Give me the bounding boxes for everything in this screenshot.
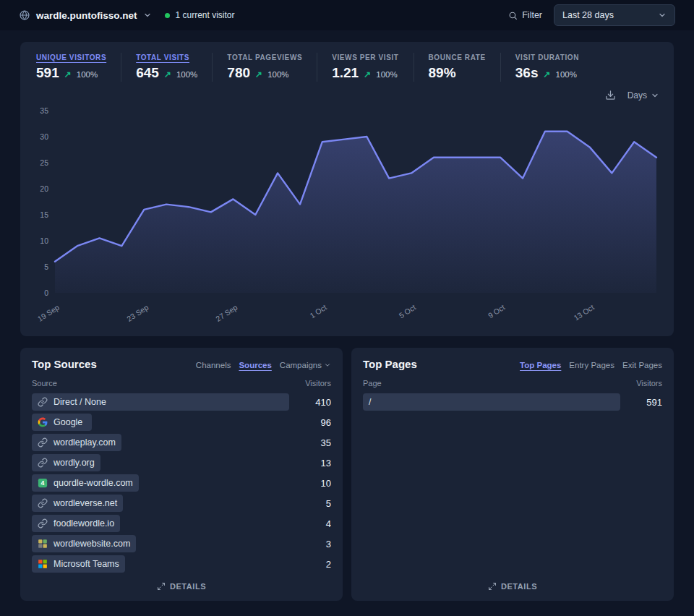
pages-details-label: DETAILS <box>501 582 537 591</box>
row-label[interactable]: Microsoft Teams <box>53 559 119 569</box>
bar-track: wordleplay.com <box>32 434 289 451</box>
sources-tabs: ChannelsSourcesCampaigns <box>196 361 331 369</box>
stat-label: VISIT DURATION <box>515 54 579 61</box>
x-axis-tick: 27 Sep <box>214 303 239 323</box>
trend-up-icon: ↗ <box>64 69 72 80</box>
stat-value: 1.21 <box>332 65 359 81</box>
tab-channels[interactable]: Channels <box>196 361 231 369</box>
stat-label: UNIQUE VISITORS <box>36 54 106 61</box>
breakdown-bar[interactable]: wordleverse.net <box>32 495 123 512</box>
tab-label: Top Pages <box>520 361 561 369</box>
tab-label: Sources <box>239 361 271 369</box>
stat-bounce-rate[interactable]: BOUNCE RATE89% <box>429 52 486 82</box>
tab-top-pages[interactable]: Top Pages <box>520 361 561 369</box>
live-visitors-dot <box>165 13 170 18</box>
sources-details-label: DETAILS <box>170 582 206 591</box>
interval-label: Days <box>627 90 647 100</box>
pages-tabs: Top PagesEntry PagesExit Pages <box>520 361 662 369</box>
tab-campaigns[interactable]: Campaigns <box>280 361 331 369</box>
stat-divider <box>317 53 317 82</box>
row-label[interactable]: Direct / None <box>53 397 106 407</box>
row-label[interactable]: wordly.org <box>53 458 95 468</box>
breakdown-bar[interactable]: / <box>363 393 620 411</box>
dashboard: UNIQUE VISITORS591↗100%TOTAL VISITS645↗1… <box>0 30 694 612</box>
sources-column-headers: Source Visitors <box>32 379 331 388</box>
topbar-left: wardle.puntofisso.net 1 current visitor <box>19 9 235 21</box>
top-sources-title: Top Sources <box>32 358 97 370</box>
breakdown-bar[interactable]: wordly.org <box>32 454 100 471</box>
current-visitors-link[interactable]: 1 current visitor <box>176 10 235 20</box>
bar-track: / <box>363 393 620 411</box>
stat-value-row: 780↗100% <box>227 65 302 81</box>
tab-exit-pages[interactable]: Exit Pages <box>622 361 662 369</box>
breakdown-bar[interactable]: wordlewebsite.com <box>32 535 136 552</box>
bar-track: Google <box>32 414 289 431</box>
download-icon[interactable] <box>605 90 616 100</box>
x-axis-tick: 1 Oct <box>308 303 328 320</box>
interval-select[interactable]: Days <box>627 90 659 100</box>
top-sources-card: Top Sources ChannelsSourcesCampaigns Sou… <box>20 348 343 601</box>
list-row: wordleverse.net5 <box>32 495 331 512</box>
row-label[interactable]: wordleplay.com <box>53 437 116 448</box>
tab-sources[interactable]: Sources <box>239 361 271 369</box>
trend-up-icon: ↗ <box>255 69 262 80</box>
topbar-right: Filter Last 28 days <box>508 4 675 26</box>
date-range-select[interactable]: Last 28 days <box>554 4 675 26</box>
col-visitors: Visitors <box>305 379 331 388</box>
pages-column-headers: Page Visitors <box>363 379 662 388</box>
row-value: 4 <box>299 518 331 529</box>
row-value: 591 <box>630 397 662 408</box>
row-label[interactable]: / <box>369 397 371 407</box>
tab-entry-pages[interactable]: Entry Pages <box>569 361 614 369</box>
breakdown-bar[interactable]: 4quordle-wordle.com <box>32 474 139 492</box>
y-axis-tick: 15 <box>40 210 48 219</box>
chart-controls: Days <box>32 88 662 103</box>
trend-up-icon: ↗ <box>543 69 550 80</box>
stat-views-per-visit[interactable]: VIEWS PER VISIT1.21↗100% <box>332 52 398 82</box>
row-label[interactable]: Google <box>53 417 82 427</box>
stat-delta: 100% <box>77 70 98 79</box>
row-label[interactable]: wordleverse.net <box>53 498 117 508</box>
stat-divider <box>414 53 414 82</box>
breakdown-bar[interactable]: Google <box>32 414 92 431</box>
filter-button[interactable]: Filter <box>508 10 542 20</box>
link-icon <box>38 458 48 468</box>
stat-value-row: 645↗100% <box>136 65 197 81</box>
top-sources-header: Top Sources ChannelsSourcesCampaigns <box>32 358 331 370</box>
breakdown-bar[interactable]: wordleplay.com <box>32 434 121 451</box>
stat-label: BOUNCE RATE <box>429 54 486 61</box>
breakdown-bar[interactable]: foodlewordle.io <box>32 515 120 532</box>
bar-track: 4quordle-wordle.com <box>32 474 289 492</box>
row-label[interactable]: quordle-wordle.com <box>53 478 133 488</box>
chevron-down-icon[interactable] <box>143 11 152 20</box>
stat-label: TOTAL VISITS <box>136 54 197 61</box>
stat-total-pageviews[interactable]: TOTAL PAGEVIEWS780↗100% <box>227 52 302 82</box>
tab-label: Campaigns <box>280 361 322 369</box>
row-value: 3 <box>299 539 331 549</box>
sources-details-button[interactable]: DETAILS <box>157 582 206 591</box>
row-label[interactable]: wordlewebsite.com <box>53 539 130 549</box>
x-axis-tick: 19 Sep <box>36 303 61 323</box>
breakdown-bar[interactable]: Direct / None <box>32 393 289 411</box>
row-label[interactable]: foodlewordle.io <box>53 518 114 529</box>
link-icon <box>38 518 48 529</box>
stat-unique-visitors[interactable]: UNIQUE VISITORS591↗100% <box>36 52 106 82</box>
chart-area-fill <box>55 132 656 293</box>
visitors-chart[interactable]: 0510152025303519 Sep23 Sep27 Sep1 Oct5 O… <box>32 103 662 333</box>
link-icon <box>38 397 48 407</box>
stat-visit-duration[interactable]: VISIT DURATION36s↗100% <box>515 52 579 82</box>
row-value: 10 <box>299 478 331 489</box>
list-row: foodlewordle.io4 <box>32 515 331 532</box>
search-icon <box>508 11 518 20</box>
stat-total-visits[interactable]: TOTAL VISITS645↗100% <box>136 52 197 82</box>
chevron-down-icon <box>651 91 659 100</box>
list-row: Direct / None410 <box>32 393 331 411</box>
y-axis-tick: 35 <box>40 106 48 115</box>
stat-divider <box>212 53 213 82</box>
pages-details-button[interactable]: DETAILS <box>488 582 537 591</box>
x-axis-tick: 13 Oct <box>572 303 596 322</box>
site-name[interactable]: wardle.puntofisso.net <box>36 10 137 21</box>
bar-track: wordleverse.net <box>32 495 289 512</box>
bar-track: Microsoft Teams <box>32 555 289 573</box>
breakdown-bar[interactable]: Microsoft Teams <box>32 555 125 573</box>
